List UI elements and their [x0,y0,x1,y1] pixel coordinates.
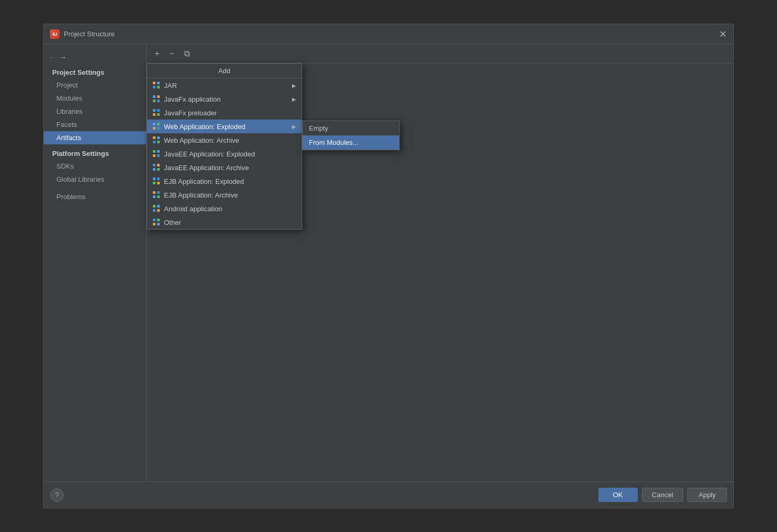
back-arrow[interactable]: ← [48,53,56,62]
dialog-footer: ? OK Cancel Apply [44,481,733,508]
web-app-exploded-icon [152,122,161,131]
project-settings-label: Project Settings [44,65,146,78]
cancel-button[interactable]: Cancel [642,488,683,502]
sidebar-item-project[interactable]: Project [44,78,146,92]
menu-item-web-app-exploded[interactable]: Web Application: Exploded ▶ [147,120,302,133]
jar-arrow: ▶ [292,83,296,88]
ok-button[interactable]: OK [598,488,638,502]
project-structure-dialog: IU Project Structure ✕ ← → Project Setti… [43,24,734,508]
app-icon: IU [50,29,60,39]
jar-icon [152,81,161,90]
submenu-item-empty[interactable]: Empty [303,121,399,135]
android-app-icon [152,204,161,213]
title-bar: IU Project Structure ✕ [44,24,733,44]
menu-item-javaee-app-exploded-label: JavaEE Application: Exploded [164,150,255,158]
menu-item-other-label: Other [164,219,181,226]
menu-item-javaee-app-archive-label: JavaEE Application: Archive [164,164,249,172]
ejb-app-exploded-icon [152,177,161,185]
menu-item-web-app-exploded-label: Web Application: Exploded [164,123,245,131]
submenu-item-from-modules[interactable]: From Modules... [303,135,399,150]
sidebar-item-libraries[interactable]: Libraries [44,105,146,118]
menu-item-javaee-app-exploded[interactable]: JavaEE Application: Exploded [147,147,302,161]
footer-left: ? [50,488,64,502]
help-button[interactable]: ? [50,488,64,502]
sidebar: ← → Project Settings Project Modules Lib… [44,44,147,481]
sidebar-item-modules[interactable]: Modules [44,92,146,105]
submenu-item-from-modules-label: From Modules... [309,139,358,146]
menu-item-javafx-app-label: JavaFx application [164,95,221,103]
menu-item-ejb-app-exploded-label: EJB Application: Exploded [164,178,244,185]
copy-button[interactable]: ⧉ [180,47,193,60]
platform-settings-label: Platform Settings [44,144,146,160]
close-button[interactable]: ✕ [719,29,727,39]
sidebar-item-artifacts[interactable]: Artifacts [44,131,146,144]
menu-item-ejb-app-archive[interactable]: EJB Application: Archive [147,188,302,202]
other-icon [152,218,161,226]
menu-item-javafx-app[interactable]: JavaFx application ▶ [147,92,302,106]
menu-item-web-app-archive-label: Web Application: Archive [164,136,239,144]
dialog-title: Project Structure [64,30,115,38]
menu-item-javafx-preloader[interactable]: JavaFx preloader [147,106,302,120]
web-app-archive-icon [152,136,161,144]
title-bar-left: IU Project Structure [50,29,115,39]
javafx-preloader-icon [152,109,161,117]
toolbar: + − ⧉ [147,44,733,63]
menu-item-android-app[interactable]: Android application [147,202,302,215]
add-menu-header: Add [147,64,302,78]
forward-arrow[interactable]: → [59,53,67,62]
javaee-app-archive-icon [152,163,161,172]
web-app-exploded-arrow: ▶ [292,124,296,130]
submenu: Empty From Modules... [302,121,400,150]
menu-item-android-app-label: Android application [164,205,222,213]
menu-item-ejb-app-archive-label: EJB Application: Archive [164,191,238,199]
dialog-body: ← → Project Settings Project Modules Lib… [44,44,733,481]
javafx-app-arrow: ▶ [292,96,296,102]
sidebar-item-sdks[interactable]: SDKs [44,160,146,173]
sidebar-item-problems[interactable]: Problems [44,190,146,203]
apply-button[interactable]: Apply [687,488,727,502]
menu-item-javaee-app-archive[interactable]: JavaEE Application: Archive [147,161,302,174]
ejb-app-archive-icon [152,191,161,199]
add-menu: Add JAR ▶ [147,63,302,230]
menu-item-other[interactable]: Other [147,215,302,229]
menu-item-web-app-archive[interactable]: Web Application: Archive [147,133,302,147]
javaee-app-exploded-icon [152,150,161,158]
main-content: + − ⧉ Add JAR ▶ [147,44,733,481]
submenu-item-empty-label: Empty [309,124,328,132]
menu-item-ejb-app-exploded[interactable]: EJB Application: Exploded [147,174,302,188]
remove-button[interactable]: − [166,47,178,60]
sidebar-item-facets[interactable]: Facets [44,118,146,131]
menu-item-jar[interactable]: JAR ▶ [147,78,302,92]
menu-item-javafx-preloader-label: JavaFx preloader [164,109,217,117]
sidebar-item-global-libraries[interactable]: Global Libraries [44,173,146,186]
javafx-app-icon [152,95,161,103]
menu-item-jar-label: JAR [164,82,177,90]
add-button[interactable]: + [151,47,163,60]
nav-arrows: ← → [44,50,146,65]
